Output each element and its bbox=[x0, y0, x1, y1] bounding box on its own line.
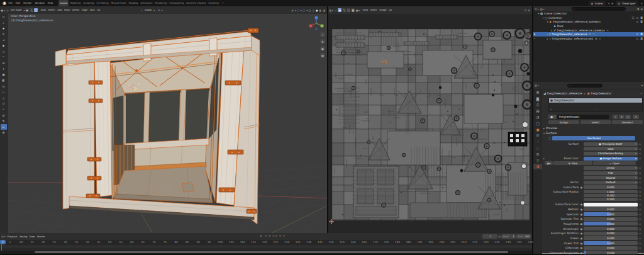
shading-rendered-icon[interactable]: ◑ bbox=[322, 9, 326, 12]
tab-animation[interactable]: Animation bbox=[139, 0, 153, 6]
decorator-arrow-icon[interactable]: ▸ bbox=[640, 208, 641, 211]
animate-dot-icon[interactable]: ● bbox=[580, 232, 583, 235]
animate-dot-icon[interactable]: ● bbox=[580, 246, 583, 249]
specular-slider[interactable]: 0.500 bbox=[584, 212, 638, 216]
tab-rendering[interactable]: Rendering bbox=[153, 0, 168, 6]
decorator-arrow-icon[interactable]: ▸ bbox=[640, 232, 641, 235]
eye-icon[interactable]: ⊙ bbox=[636, 33, 639, 36]
anisotropic-slider[interactable]: 0.000 bbox=[584, 227, 638, 230]
properties-tab-object[interactable]: ▣ bbox=[533, 127, 542, 133]
outliner-row-collection[interactable]: ▾▢Collection☑⊙◘ bbox=[533, 16, 644, 20]
new-collection-icon[interactable]: ⊞ bbox=[640, 8, 643, 11]
snapping-toggle-icon[interactable]: ◻ bbox=[296, 9, 300, 12]
subsurface-radius-value-0[interactable]: 1.000 bbox=[584, 190, 638, 193]
material-name-field[interactable]: freightelevator bbox=[557, 115, 609, 119]
decorator-arrow-icon[interactable]: ▸ bbox=[640, 194, 641, 197]
new-image-button[interactable]: ⊕New bbox=[553, 161, 592, 165]
timeline-scrollbar[interactable] bbox=[35, 251, 508, 253]
auto-keying-icon[interactable]: ◎ bbox=[259, 234, 263, 237]
timeline-menu-marker[interactable]: Marker bbox=[36, 235, 46, 238]
decorator-arrow-icon[interactable]: ▸ bbox=[640, 147, 641, 150]
tool-extrude-icon[interactable]: ⇧ bbox=[1, 66, 7, 72]
outliner-row-scene-collection[interactable]: ▾▦Scene Collection bbox=[533, 12, 644, 16]
animate-dot-icon[interactable]: ● bbox=[580, 227, 583, 230]
animate-dot-icon[interactable]: ● bbox=[580, 251, 583, 254]
uv-menu-image[interactable]: Image bbox=[379, 9, 388, 11]
pin-icon[interactable]: ☉ bbox=[334, 9, 338, 12]
tool-cursor-icon[interactable]: ⌖ bbox=[1, 20, 7, 26]
properties-editor-icon[interactable]: ▤▾ bbox=[534, 84, 540, 87]
anisotropic-rotation-slider[interactable]: 0.000 bbox=[584, 232, 638, 235]
viewport-menu-select[interactable]: Select bbox=[47, 9, 57, 11]
open-image-button[interactable]: ▱Open bbox=[593, 161, 636, 165]
default-dropdown[interactable]: Default▾ bbox=[584, 181, 638, 184]
orientation-dropdown[interactable]: Global bbox=[143, 9, 153, 11]
uv-canvas[interactable]: ⌕ ✥ bbox=[328, 14, 532, 233]
deselect-button[interactable]: Deselect bbox=[612, 120, 643, 124]
camera-icon[interactable]: ◘ bbox=[640, 16, 643, 20]
decorator-arrow-icon[interactable]: ▸ bbox=[640, 186, 641, 189]
eye-icon[interactable]: ⊙ bbox=[636, 16, 639, 20]
breadcrumb-material[interactable]: freightelevator bbox=[591, 92, 612, 95]
properties-tab-scene[interactable]: ◔ bbox=[533, 114, 542, 120]
decorator-arrow-icon[interactable]: ▸ bbox=[640, 157, 641, 160]
properties-options-caret[interactable]: ▾ bbox=[641, 84, 643, 87]
sheen-slider[interactable]: 0.000 bbox=[584, 236, 638, 240]
properties-tab-modifiers[interactable]: ⚙ bbox=[533, 133, 542, 139]
tool-shrink-fatten-icon[interactable]: ⇅ bbox=[1, 118, 7, 124]
decorator-arrow-icon[interactable]: ▸ bbox=[640, 181, 641, 184]
outliner-row-freightelevator-reference-skeleton[interactable]: ▸♐freightelevator_reference_skeleton∿ bbox=[533, 28, 644, 33]
tab-compositing[interactable]: Compositing bbox=[168, 0, 185, 6]
pan-hand-icon[interactable]: ✥ bbox=[320, 39, 325, 44]
viewport-menu-view[interactable]: View bbox=[40, 9, 47, 11]
clearcoat-roughness-slider[interactable]: 0.030 bbox=[584, 251, 638, 254]
viewport-menu-face[interactable]: Face bbox=[89, 9, 96, 11]
socket-expander-icon[interactable]: ▸ bbox=[543, 157, 545, 160]
tool-select-box-icon[interactable]: ▭ bbox=[1, 14, 7, 20]
subsurface-color-swatch[interactable] bbox=[584, 203, 638, 207]
use-nodes-button[interactable]: Use Nodes bbox=[552, 136, 635, 140]
repeat-dropdown[interactable]: Repeat▾ bbox=[584, 176, 638, 179]
snap-magnet-icon[interactable]: ℧ bbox=[157, 9, 160, 12]
timeline-menu-keying[interactable]: Keying bbox=[18, 235, 28, 238]
tab-uv-editing[interactable]: UV Editing bbox=[95, 0, 109, 6]
animate-dot-icon[interactable]: ● bbox=[580, 203, 583, 206]
uv-menu-select[interactable]: Select bbox=[369, 9, 379, 11]
outliner-editor-icon[interactable]: ☰▾ bbox=[534, 8, 540, 11]
flat-dropdown[interactable]: Flat▾ bbox=[584, 171, 638, 175]
properties-tab-output[interactable]: ⎙ bbox=[533, 102, 542, 108]
decorator-arrow-icon[interactable]: ▸ bbox=[640, 213, 641, 216]
scene-selector[interactable]: ◆ Scene bbox=[589, 1, 606, 6]
camera-icon[interactable]: ◘ bbox=[640, 33, 643, 36]
menu-file[interactable]: File bbox=[7, 0, 14, 6]
unlink-material-button[interactable]: ✕ bbox=[619, 115, 625, 119]
animate-dot-icon[interactable]: ● bbox=[580, 208, 583, 211]
gizmo-toggle-icon[interactable]: ◯ bbox=[302, 9, 306, 12]
unlink-scene-icon[interactable]: ✕ bbox=[608, 2, 610, 5]
navigation-gizmo[interactable] bbox=[308, 15, 325, 31]
viewport-menu-mesh[interactable]: Mesh bbox=[63, 9, 71, 11]
eye-icon[interactable]: ⊙ bbox=[636, 37, 639, 40]
animate-dot-icon[interactable]: ● bbox=[580, 217, 583, 220]
tool-annotate-icon[interactable]: ✎ bbox=[1, 49, 7, 55]
sheen-tint-slider[interactable]: 0.500 bbox=[584, 241, 638, 245]
breadcrumb-object[interactable]: freightelevator_reference bbox=[547, 92, 582, 95]
decorator-arrow-icon[interactable]: ▸ bbox=[640, 227, 641, 230]
decorator-arrow-icon[interactable]: ▸ bbox=[640, 142, 641, 145]
select-button[interactable]: Select bbox=[580, 120, 611, 124]
outliner-row-freightelevator-reference-skeleton[interactable]: ▾♟freightelevator_reference_skeleton⊙◘ bbox=[533, 20, 644, 25]
uv-pan-icon[interactable]: ✥ bbox=[524, 40, 529, 45]
ggx-dropdown[interactable]: GGX▾ bbox=[584, 147, 638, 150]
christensen-burley-dropdown[interactable]: Christensen-Burley▾ bbox=[584, 152, 638, 156]
jump-to-end-icon[interactable]: ⇥ bbox=[282, 234, 286, 237]
new-material-button[interactable]: ＋ bbox=[613, 115, 618, 119]
unlink-view-layer-icon[interactable]: ✕ bbox=[641, 2, 643, 5]
viewport-menu-edge[interactable]: Edge bbox=[80, 9, 89, 11]
properties-tab-particles[interactable]: ⁘ bbox=[533, 139, 542, 145]
camera-view-icon[interactable]: ▣ bbox=[320, 46, 325, 51]
camera-icon[interactable]: ◘ bbox=[640, 20, 643, 23]
slot-filter-toggle-icon[interactable]: ▴ bbox=[550, 108, 552, 111]
decorator-arrow-icon[interactable]: ▸ bbox=[640, 251, 641, 254]
properties-tab-constraints[interactable]: ⦿ bbox=[533, 151, 542, 157]
proportional-edit-icon[interactable]: ◎ bbox=[291, 9, 294, 12]
